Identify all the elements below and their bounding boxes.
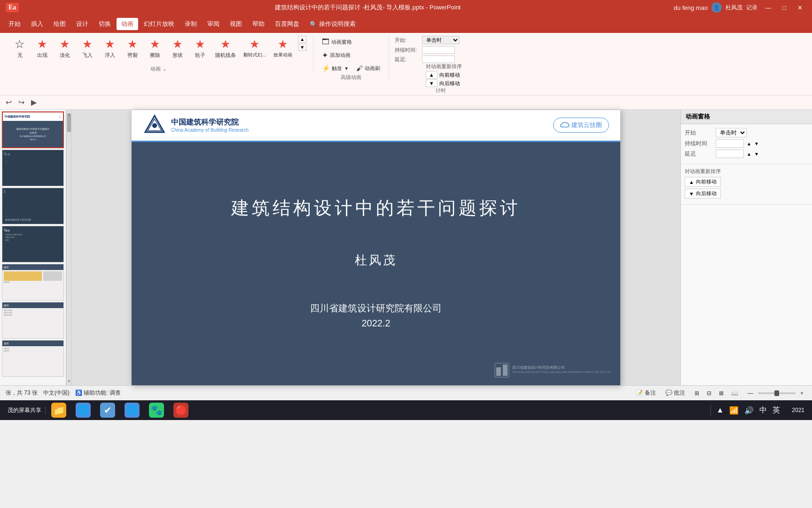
anim-split-btn[interactable]: ★ 劈裂 <box>122 36 143 61</box>
anim-flip-btn[interactable]: ★ 翻转式幻... <box>241 36 269 60</box>
timing-delay-input[interactable] <box>422 56 455 63</box>
menubar-item-search[interactable]: 🔍 操作说明搜索 <box>305 18 360 30</box>
cloud-logo-text: 建筑云技圈 <box>571 121 602 129</box>
notes-btn[interactable]: 📝 备注 <box>633 388 658 398</box>
taskbar-app4[interactable]: 🐾 <box>145 401 168 420</box>
slide-panel-scrollbar[interactable]: ▲ ▼ <box>66 110 71 385</box>
add-animation-btn[interactable]: ✦ 添加动画 <box>319 49 353 62</box>
ime-en-icon[interactable]: 英 <box>771 405 781 416</box>
add-animation-icon: ✦ <box>322 51 328 60</box>
comments-btn[interactable]: 💬 批注 <box>663 388 688 398</box>
taskbar-todo[interactable]: ✔ <box>96 401 119 420</box>
undo-btn[interactable]: ↩ <box>4 97 14 108</box>
slide-thumb-5[interactable]: 5 建筑 表格内容 <box>2 264 64 301</box>
slide-thumb-7[interactable]: 7 建筑 内容文字 内容文字 <box>2 340 64 377</box>
taskbar-browser2[interactable]: 🌐 <box>121 401 143 420</box>
app-icon: Ea <box>6 3 19 12</box>
anim-shape-icon: ★ <box>172 38 183 51</box>
close-btn[interactable]: ✕ <box>794 4 806 11</box>
forward-btn[interactable]: ▲ <box>426 71 437 79</box>
ime-zh-icon[interactable]: 中 <box>758 405 768 416</box>
taskbar-browser1[interactable]: 🌐 <box>72 401 94 420</box>
anim-float-btn[interactable]: ★ 浮入 <box>100 36 120 61</box>
timing-duration-input[interactable] <box>422 46 455 54</box>
play-btn[interactable]: ▶ <box>29 97 39 108</box>
user-cn-name: 杜风茂 <box>726 4 742 12</box>
anim-start-label: 开始 <box>685 129 713 137</box>
taskbar-file-manager[interactable]: 📁 <box>47 401 70 420</box>
anim-start-select[interactable]: 单击时 <box>716 128 747 137</box>
view-reading-btn[interactable]: 📖 <box>728 389 741 397</box>
record-label: 记录 <box>746 4 757 12</box>
ribbon-animation-expand-icon[interactable]: ⌄ <box>163 66 166 71</box>
menubar-item-animation[interactable]: 动画 <box>117 18 138 30</box>
slide-thumb-4[interactable]: 4 概述 结构设计的基本原则 荷载与作用 材料 <box>2 226 64 262</box>
ribbon-advanced-label: 高级动画 <box>341 74 361 81</box>
tray-up-btn[interactable]: ▲ <box>715 405 725 415</box>
backward-btn[interactable]: ▼ <box>426 79 437 87</box>
anim-effect-btn[interactable]: ★ 效果动画 <box>271 36 295 60</box>
anim-wipe-btn[interactable]: ★ 擦除 <box>145 36 165 61</box>
slide-canvas[interactable]: 中国建筑科学研究院 China Academy of Building Rese… <box>132 110 620 385</box>
menubar-item-design[interactable]: 设计 <box>71 18 93 30</box>
menubar-item-insert[interactable]: 插入 <box>26 18 48 30</box>
anim-appear-icon: ★ <box>37 38 47 51</box>
slide-thumb-3[interactable]: 3 一 概述结构的若干基本范围 <box>2 188 64 224</box>
slide-title: 建筑结构设计中的若干问题探讨 <box>231 196 521 220</box>
anim-fly-btn[interactable]: ★ 飞入 <box>77 36 98 61</box>
anim-none-btn[interactable]: ☆ 无 <box>9 36 30 61</box>
menubar-item-slideshow[interactable]: 幻灯片放映 <box>139 18 179 30</box>
anim-delay-up[interactable]: ▲ <box>747 151 751 157</box>
ppt-icon: 🔴 <box>173 403 188 418</box>
anim-shape-btn[interactable]: ★ 形状 <box>167 36 188 61</box>
slide-thumb-1[interactable]: 1 中国建筑科学研究院 云 建筑结构设计中的若干问题探讨 杜风茂 四川省建筑设计… <box>2 111 64 148</box>
view-normal-btn[interactable]: ⊞ <box>692 389 702 397</box>
slide-thumb-6[interactable]: 6 建筑 内容文字内容 内容文字内容 内容文字内容 <box>2 302 64 339</box>
menubar-item-draw[interactable]: 绘图 <box>49 18 70 30</box>
menubar-item-baidu[interactable]: 百度网盘 <box>270 18 304 30</box>
slide-logo-text: 中国建筑科学研究院 China Academy of Building Rese… <box>171 118 249 133</box>
anim-backward-btn[interactable]: ▼ 向后移动 <box>685 189 721 198</box>
backward-label: 向后移动 <box>439 80 460 87</box>
maximize-btn[interactable]: □ <box>779 4 790 11</box>
redo-btn[interactable]: ↪ <box>16 97 26 108</box>
menubar-item-record[interactable]: 录制 <box>180 18 202 30</box>
zoom-slider[interactable] <box>758 392 796 394</box>
anim-flip-icon: ★ <box>250 38 260 51</box>
anim-delay-input[interactable] <box>716 150 744 158</box>
anim-wheel-btn[interactable]: ★ 轮子 <box>190 36 211 61</box>
anim-random-btn[interactable]: ★ 随机线条 <box>212 36 239 61</box>
menubar-item-transition[interactable]: 切换 <box>94 18 116 30</box>
anim-delay-down[interactable]: ▼ <box>754 151 759 157</box>
menubar-item-home[interactable]: 开始 <box>4 18 25 30</box>
anim-duration-input[interactable] <box>716 139 744 148</box>
minimize-btn[interactable]: — <box>761 4 775 11</box>
menubar-item-view[interactable]: 视图 <box>225 18 247 30</box>
anim-brush-btn[interactable]: 🖌 动画刷 <box>353 63 383 74</box>
timing-start-select[interactable]: 单击时 之前 之后 <box>422 36 460 44</box>
taskbar: 茂的屏幕共享 📁 🌐 ✔ 🌐 🐾 🔴 ▲ 📶 🔊 中 英 2021 <box>0 400 812 420</box>
zoom-out-btn[interactable]: — <box>745 389 756 397</box>
anim-duration-up[interactable]: ▲ <box>747 141 751 146</box>
menubar-item-help[interactable]: 帮助 <box>248 18 269 30</box>
view-outline-btn[interactable]: ⊟ <box>704 389 714 397</box>
trigger-btn[interactable]: ⚡ 触发 ▼ <box>319 63 351 74</box>
reorder-label: 对动画重新排序 <box>426 63 462 70</box>
anim-scroll-up-btn[interactable]: ▲ <box>298 36 306 43</box>
slide-author: 杜风茂 <box>355 252 397 269</box>
slide-company: 四川省建筑设计研究院有限公司 2022.2 <box>310 301 442 331</box>
slide-thumb-2[interactable]: 2 目 录 一 二 三 <box>2 150 64 186</box>
slide-right-logo: 建筑云技圈 <box>553 118 609 133</box>
menubar-item-review[interactable]: 审阅 <box>203 18 224 30</box>
anim-scroll-down-btn[interactable]: ▼ <box>298 44 306 51</box>
anim-fade-btn[interactable]: ★ 淡化 <box>55 36 75 61</box>
ribbon-timing-label: 计时 <box>436 87 446 94</box>
anim-duration-down[interactable]: ▼ <box>754 141 759 146</box>
anim-appear-btn[interactable]: ★ 出现 <box>32 36 53 61</box>
network-icon: 📶 <box>728 405 740 416</box>
anim-window-btn[interactable]: 🗔 动画窗格 <box>319 36 355 48</box>
zoom-in-btn[interactable]: + <box>797 389 806 397</box>
anim-forward-btn[interactable]: ▲ 向前移动 <box>685 177 721 187</box>
view-slide-btn[interactable]: ⊠ <box>716 389 726 397</box>
taskbar-powerpoint[interactable]: 🔴 <box>170 401 192 420</box>
